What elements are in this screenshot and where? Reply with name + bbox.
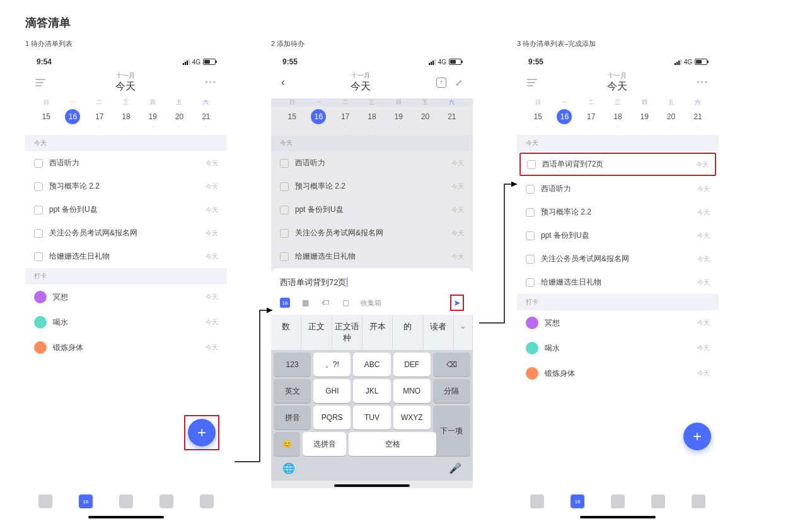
calendar-day[interactable]: 19· bbox=[139, 109, 166, 129]
tab-settings-icon[interactable] bbox=[692, 494, 705, 508]
calendar-day-active[interactable]: 16· bbox=[59, 109, 86, 129]
key[interactable]: JKL bbox=[353, 379, 390, 403]
home-indicator[interactable] bbox=[580, 516, 656, 518]
header-today[interactable]: 今天 bbox=[45, 80, 205, 93]
calendar-day-active[interactable]: 16· bbox=[551, 109, 577, 129]
task-row[interactable]: ppt 备份到U盘今天 bbox=[271, 198, 473, 221]
tag-icon[interactable]: 🏷 bbox=[320, 298, 330, 308]
habit-row[interactable]: 冥想今天 bbox=[517, 310, 719, 336]
suggestion[interactable]: 开本 bbox=[362, 315, 393, 350]
checkbox[interactable] bbox=[526, 255, 535, 264]
key[interactable]: ABC bbox=[353, 353, 390, 377]
key[interactable]: GHI bbox=[313, 379, 351, 403]
tab-habits-icon[interactable] bbox=[160, 494, 173, 508]
backspace-key[interactable]: ⌫ bbox=[433, 353, 470, 377]
task-row[interactable]: 关注公务员考试网&报名网今天 bbox=[517, 247, 719, 271]
calendar-day[interactable]: 18· bbox=[605, 109, 631, 129]
key[interactable]: 分隔 bbox=[433, 379, 470, 403]
calendar-day[interactable]: 21· bbox=[193, 109, 219, 129]
calendar-day[interactable]: 17· bbox=[578, 109, 605, 129]
key[interactable]: 拼音 bbox=[274, 406, 311, 430]
tab-pomo-icon[interactable] bbox=[611, 494, 625, 508]
checkbox[interactable] bbox=[526, 278, 535, 287]
habit-row[interactable]: 喝水今天 bbox=[517, 336, 719, 361]
home-indicator[interactable] bbox=[88, 516, 164, 518]
inbox-label[interactable]: 收集箱 bbox=[361, 298, 381, 308]
habit-row[interactable]: 锻炼身体今天 bbox=[517, 361, 719, 386]
task-row[interactable]: 西语听力今天 bbox=[517, 177, 719, 201]
key[interactable]: TUV bbox=[353, 406, 390, 430]
menu-icon[interactable] bbox=[527, 79, 537, 86]
calendar-day[interactable]: 21· bbox=[439, 109, 465, 129]
checkbox[interactable] bbox=[34, 206, 43, 214]
habit-row[interactable]: 冥想今天 bbox=[25, 284, 227, 310]
calendar-day[interactable]: 15· bbox=[279, 109, 305, 129]
suggestion-more-icon[interactable]: ⌄ bbox=[454, 315, 473, 350]
task-row[interactable]: 西语听力今天 bbox=[271, 151, 473, 175]
task-row[interactable]: 预习概率论 2.2今天 bbox=[25, 175, 227, 198]
checkbox[interactable] bbox=[34, 182, 43, 191]
calendar-day[interactable]: 18· bbox=[113, 109, 139, 129]
tab-settings-icon[interactable] bbox=[200, 494, 214, 508]
key[interactable]: DEF bbox=[393, 353, 431, 377]
calendar-day[interactable]: 20· bbox=[412, 109, 438, 129]
checkbox[interactable] bbox=[34, 252, 43, 261]
checkbox[interactable] bbox=[34, 159, 43, 168]
checkbox[interactable] bbox=[280, 206, 289, 214]
view-toggle-icon[interactable]: T bbox=[436, 78, 446, 88]
tab-calendar-icon[interactable]: 16 bbox=[571, 494, 584, 508]
calendar-day[interactable]: 15· bbox=[33, 109, 59, 129]
space-key[interactable]: 空格 bbox=[349, 432, 436, 456]
calendar-day-active[interactable]: 16· bbox=[305, 109, 332, 129]
task-row[interactable]: 西语听力今天 bbox=[25, 151, 227, 175]
task-row[interactable]: ppt 备份到U盘今天 bbox=[517, 224, 719, 247]
checkbox[interactable] bbox=[526, 231, 535, 240]
calendar-day[interactable]: 19· bbox=[631, 109, 658, 129]
next-key[interactable]: 下一项 bbox=[433, 406, 470, 456]
checkbox[interactable] bbox=[280, 159, 289, 168]
habit-row[interactable]: 锻炼身体今天 bbox=[25, 335, 227, 360]
key[interactable]: 。?! bbox=[313, 353, 351, 377]
send-icon[interactable]: ➤ bbox=[453, 298, 461, 308]
calendar-day[interactable]: 17· bbox=[86, 109, 113, 129]
checkbox[interactable] bbox=[280, 252, 289, 261]
add-task-fab[interactable]: + bbox=[683, 423, 711, 450]
calendar-day[interactable]: 20· bbox=[166, 109, 192, 129]
key[interactable]: WXYZ bbox=[393, 406, 431, 430]
suggestion[interactable]: 正文 bbox=[301, 315, 332, 350]
key[interactable]: PQRS bbox=[313, 406, 351, 430]
checkbox[interactable] bbox=[527, 160, 536, 169]
suggestion[interactable]: 正文语种 bbox=[332, 315, 362, 350]
task-row[interactable]: 预习概率论 2.2今天 bbox=[271, 175, 473, 198]
calendar-day[interactable]: 19· bbox=[385, 109, 412, 129]
key[interactable]: 123 bbox=[274, 353, 311, 377]
task-row[interactable]: 关注公务员考试网&报名网今天 bbox=[25, 221, 227, 245]
tab-tasks-icon[interactable] bbox=[530, 494, 544, 508]
mic-icon[interactable]: 🎤 bbox=[449, 462, 461, 474]
calendar-day[interactable]: 20· bbox=[658, 109, 684, 129]
header-today[interactable]: 今天 bbox=[537, 80, 697, 93]
task-row[interactable]: 给姗姗选生日礼物今天 bbox=[25, 245, 227, 268]
checkbox[interactable] bbox=[280, 182, 289, 191]
emoji-key[interactable]: 😊 bbox=[274, 432, 300, 456]
tab-calendar-icon[interactable]: 16 bbox=[79, 494, 93, 508]
tab-habits-icon[interactable] bbox=[651, 494, 665, 508]
key[interactable]: 选拼音 bbox=[303, 432, 346, 456]
inbox-icon[interactable]: ▢ bbox=[340, 298, 351, 308]
suggestion[interactable]: 的 bbox=[393, 315, 423, 350]
priority-icon[interactable]: ▦ bbox=[300, 298, 310, 308]
task-row[interactable]: 给姗姗选生日礼物今天 bbox=[517, 271, 719, 294]
task-row[interactable]: 预习概率论 2.2今天 bbox=[517, 201, 719, 224]
task-row[interactable]: 关注公务员考试网&报名网今天 bbox=[271, 221, 473, 245]
calendar-day[interactable]: 15· bbox=[525, 109, 551, 129]
more-icon[interactable]: ••• bbox=[205, 78, 217, 87]
task-row[interactable]: 给姗姗选生日礼物今天 bbox=[271, 245, 473, 268]
expand-icon[interactable]: ⤢ bbox=[455, 78, 463, 88]
menu-icon[interactable] bbox=[35, 79, 45, 86]
calendar-day[interactable]: 18· bbox=[359, 109, 385, 129]
habit-row[interactable]: 喝水今天 bbox=[25, 310, 227, 335]
tab-tasks-icon[interactable] bbox=[38, 494, 52, 508]
header-today[interactable]: 今天 bbox=[285, 80, 436, 93]
suggestion[interactable]: 数 bbox=[271, 315, 301, 350]
add-task-fab[interactable]: + bbox=[188, 419, 216, 447]
